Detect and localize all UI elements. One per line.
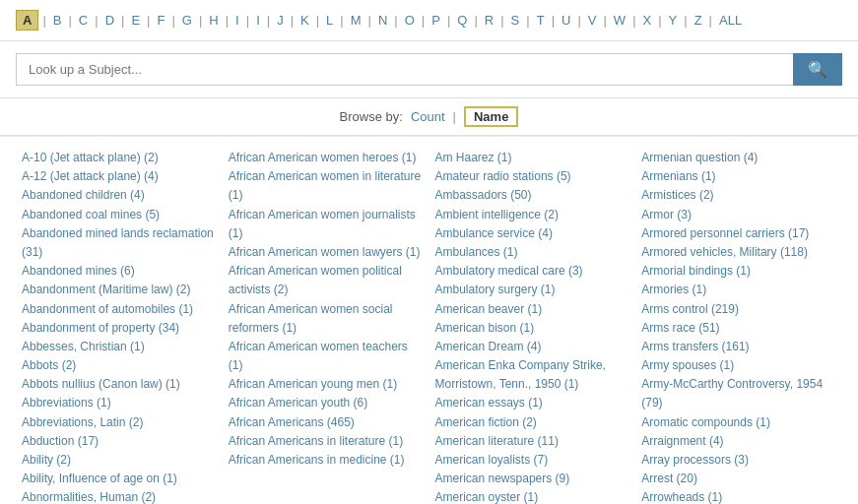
subject-item[interactable]: American oyster (1) [435,488,630,504]
alpha-all[interactable]: ALL [716,12,745,29]
subject-item[interactable]: Ambassadors (50) [435,186,630,205]
subject-item[interactable]: Ambient intelligence (2) [435,206,630,224]
alpha-D[interactable]: D [102,12,117,29]
alpha-H[interactable]: H [206,12,221,29]
subject-item[interactable]: Armistices (2) [641,186,836,205]
subject-item[interactable]: A-12 (Jet attack plane) (4) [22,167,217,186]
subject-item[interactable]: Armenians (1) [641,167,836,186]
subject-item[interactable]: American essays (1) [435,394,630,412]
subject-item[interactable]: Armenian question (4) [641,149,836,167]
alpha-X[interactable]: X [640,12,655,29]
subject-item[interactable]: American Dream (4) [435,338,630,356]
subject-item[interactable]: American Enka Company Strike, Morristown… [435,356,630,394]
alpha-U[interactable]: U [559,12,573,29]
alpha-L[interactable]: L [323,12,336,29]
subject-item[interactable]: American newspapers (9) [435,470,630,488]
subject-item[interactable]: Arraignment (4) [641,432,836,451]
browse-name-tab[interactable]: Name [464,106,518,127]
alpha-I1[interactable]: I [232,12,242,29]
subject-item[interactable]: Am Haarez (1) [435,149,630,167]
alpha-R[interactable]: R [482,12,496,29]
search-button[interactable]: 🔍 [793,53,842,86]
alpha-B[interactable]: B [50,12,65,29]
subject-item[interactable]: African Americans (465) [229,413,424,432]
alpha-V[interactable]: V [585,12,600,29]
subject-item[interactable]: Abandonment (Maritime law) (2) [22,281,217,299]
subject-item[interactable]: African American women journalists (1) [229,206,424,243]
subject-item[interactable]: Abbots (2) [22,356,217,375]
subject-item[interactable]: African American women teachers (1) [229,338,424,375]
subject-item[interactable]: American literature (11) [435,432,630,451]
subject-item[interactable]: Arrowheads (1) [641,488,836,504]
subject-item[interactable]: Armorial bindings (1) [641,262,836,281]
subject-item[interactable]: A-10 (Jet attack plane) (2) [22,149,217,167]
subject-item[interactable]: Abandoned coal mines (5) [22,206,217,224]
alpha-T[interactable]: T [534,12,548,29]
subject-item[interactable]: Arms transfers (161) [641,338,836,356]
subject-item[interactable]: Abbreviations, Latin (2) [22,413,217,432]
subject-item[interactable]: Amateur radio stations (5) [435,167,630,186]
alpha-K[interactable]: K [297,12,312,29]
alpha-E[interactable]: E [128,12,143,29]
alpha-M[interactable]: M [348,12,364,29]
subject-item[interactable]: African American women heroes (1) [229,149,424,167]
subject-item[interactable]: Army-McCarthy Controversy, 1954 (79) [641,375,836,412]
sep: | [632,13,635,28]
alpha-P[interactable]: P [429,12,443,29]
subject-item[interactable]: Abandoned mines (6) [22,262,217,281]
subject-item[interactable]: Armored personnel carriers (17) [641,224,836,243]
subject-item[interactable]: Arms race (51) [641,319,836,338]
alpha-G[interactable]: G [179,12,195,29]
subject-item[interactable]: Abnormalities, Human (2) [22,488,217,504]
subject-item[interactable]: Arrest (20) [641,470,836,488]
subject-item[interactable]: Armored vehicles, Military (118) [641,243,836,262]
subject-item[interactable]: African American youth (6) [229,394,424,412]
subject-item[interactable]: American beaver (1) [435,300,630,319]
alpha-J[interactable]: J [274,12,287,29]
alpha-N[interactable]: N [375,12,390,29]
subject-item[interactable]: Abbreviations (1) [22,394,217,412]
subject-item[interactable]: African American young men (1) [229,375,424,394]
subject-item[interactable]: Abandonment of property (34) [22,319,217,338]
subject-item[interactable]: Ambulatory medical care (3) [435,262,630,281]
subject-item[interactable]: Ambulances (1) [435,243,630,262]
alpha-S[interactable]: S [508,12,523,29]
subject-item[interactable]: Ambulance service (4) [435,224,630,243]
subject-item[interactable]: American bison (1) [435,319,630,338]
alpha-F[interactable]: F [154,12,167,29]
subject-item[interactable]: African Americans in literature (1) [229,432,424,451]
subject-item[interactable]: American fiction (2) [435,413,630,432]
subject-item[interactable]: Abandoned children (4) [22,186,217,205]
browse-count-link[interactable]: Count [411,109,445,124]
subject-item[interactable]: Armories (1) [641,281,836,299]
subject-item[interactable]: Aromatic compounds (1) [641,413,836,432]
subject-item[interactable]: Abduction (17) [22,432,217,451]
subject-item[interactable]: Ability, Influence of age on (1) [22,470,217,488]
subject-item[interactable]: American loyalists (7) [435,451,630,470]
subject-item[interactable]: African American women in literature (1) [229,167,424,205]
subject-item[interactable]: Ambulatory surgery (1) [435,281,630,299]
subject-item[interactable]: Arms control (219) [641,300,836,319]
alpha-W[interactable]: W [611,12,628,29]
subject-item[interactable]: Army spouses (1) [641,356,836,375]
alpha-Z[interactable]: Z [692,12,705,29]
subject-item[interactable]: Abbots nullius (Canon law) (1) [22,375,217,394]
subject-item[interactable]: African Americans in medicine (1) [229,451,424,470]
subject-item[interactable]: African American women lawyers (1) [229,243,424,262]
alpha-C[interactable]: C [76,12,91,29]
subject-item[interactable]: Abandonment of automobiles (1) [22,300,217,319]
subject-item[interactable]: Armor (3) [641,206,836,224]
subject-item[interactable]: African American women political activis… [229,262,424,299]
alpha-I2[interactable]: I [253,12,263,29]
browse-by-label: Browse by: [340,109,403,124]
alpha-A[interactable]: A [16,10,38,31]
alpha-Q[interactable]: Q [454,12,470,29]
subject-item[interactable]: African American women social reformers … [229,300,424,338]
subject-item[interactable]: Ability (2) [22,451,217,470]
alpha-O[interactable]: O [402,12,418,29]
subject-item[interactable]: Abandoned mined lands reclamation (31) [22,224,217,262]
subject-item[interactable]: Array processors (3) [641,451,836,470]
search-input[interactable] [16,53,793,86]
subject-item[interactable]: Abbesses, Christian (1) [22,338,217,356]
alpha-Y[interactable]: Y [666,12,681,29]
